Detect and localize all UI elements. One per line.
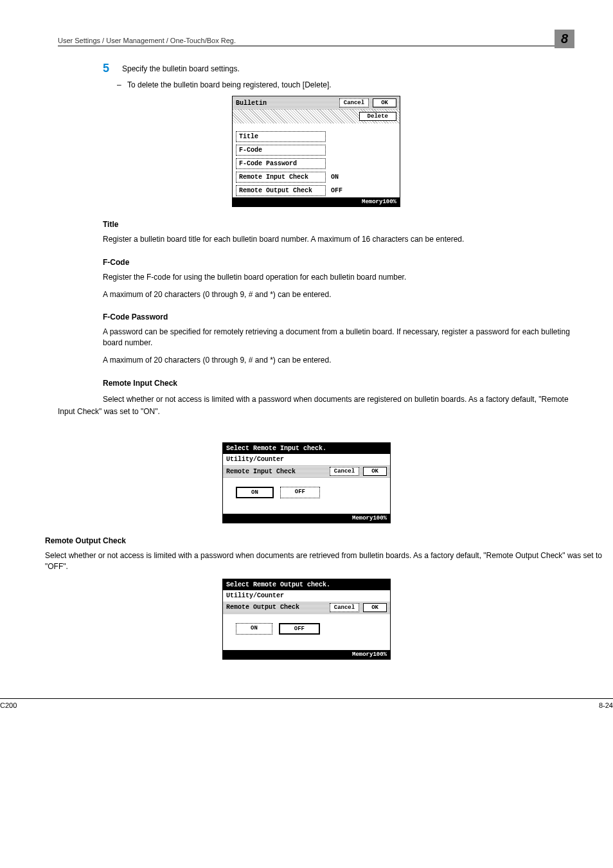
footer-right: 8-24 — [599, 701, 613, 709]
step-text: Specify the bulletin board settings. — [122, 62, 240, 73]
ss3-label: Remote Output Check — [226, 604, 299, 611]
fcode-password-heading: F-Code Password — [103, 312, 574, 321]
remote-input-value: ON — [326, 174, 339, 181]
ss3-crumb: Utility/Counter — [223, 590, 390, 601]
delete-button[interactable]: Delete — [359, 112, 396, 121]
ss2-crumb: Utility/Counter — [223, 454, 390, 465]
remote-output-body: Select whether or not access is limited … — [45, 550, 613, 572]
memory-status: Memory100% — [223, 514, 390, 523]
remote-input-heading: Remote Input Check — [103, 379, 574, 388]
ss3-header: Select Remote Output check. — [223, 579, 390, 590]
memory-status: Memory100% — [223, 650, 390, 659]
ss1-title: Bulletin — [236, 100, 267, 107]
chapter-badge: 8 — [555, 30, 574, 48]
remote-output-heading: Remote Output Check — [45, 536, 613, 545]
cancel-button[interactable]: Cancel — [330, 603, 359, 612]
remote-input-check-field[interactable]: Remote Input Check — [236, 172, 326, 183]
ok-button[interactable]: OK — [363, 603, 387, 612]
cancel-button[interactable]: Cancel — [330, 467, 359, 476]
on-toggle[interactable]: ON — [236, 623, 272, 635]
ok-button[interactable]: OK — [363, 467, 387, 476]
fcode-body1: Register the F-code for using the bullet… — [103, 272, 574, 283]
fcode-field[interactable]: F-Code — [236, 145, 326, 156]
ss2-header: Select Remote Input check. — [223, 443, 390, 454]
off-toggle[interactable]: OFF — [280, 487, 320, 498]
cancel-button[interactable]: Cancel — [339, 98, 369, 107]
footer-left: C200 — [0, 701, 17, 709]
fcode-password-body2: A maximum of 20 characters (0 through 9,… — [103, 355, 574, 366]
remote-output-value: OFF — [326, 187, 342, 194]
fcode-heading: F-Code — [103, 258, 574, 267]
title-heading: Title — [103, 220, 574, 229]
on-toggle[interactable]: ON — [236, 487, 274, 498]
breadcrumb: User Settings / User Management / One-To… — [58, 37, 236, 44]
off-toggle[interactable]: OFF — [279, 623, 320, 635]
memory-status: Memory100% — [233, 197, 400, 206]
bulletin-screenshot: Bulletin Cancel OK Delete Title F-Code F… — [232, 96, 400, 207]
remote-output-screenshot: Select Remote Output check. Utility/Coun… — [222, 579, 391, 660]
title-body: Register a bulletin board title for each… — [103, 234, 574, 245]
step-number: 5 — [103, 62, 122, 75]
remote-input-body: Select whether or not access is limited … — [58, 395, 569, 416]
ok-button[interactable]: OK — [373, 98, 396, 107]
fcode-body2: A maximum of 20 characters (0 through 9,… — [103, 289, 574, 300]
remote-output-check-field[interactable]: Remote Output Check — [236, 185, 326, 196]
fcode-password-field[interactable]: F-Code Password — [236, 158, 326, 169]
title-field[interactable]: Title — [236, 131, 326, 142]
remote-input-screenshot: Select Remote Input check. Utility/Count… — [222, 442, 391, 523]
step-sub-bullet: To delete the bulletin board being regis… — [127, 80, 574, 89]
ss2-label: Remote Input Check — [226, 468, 296, 475]
fcode-password-body1: A password can be specified for remotely… — [103, 327, 574, 348]
